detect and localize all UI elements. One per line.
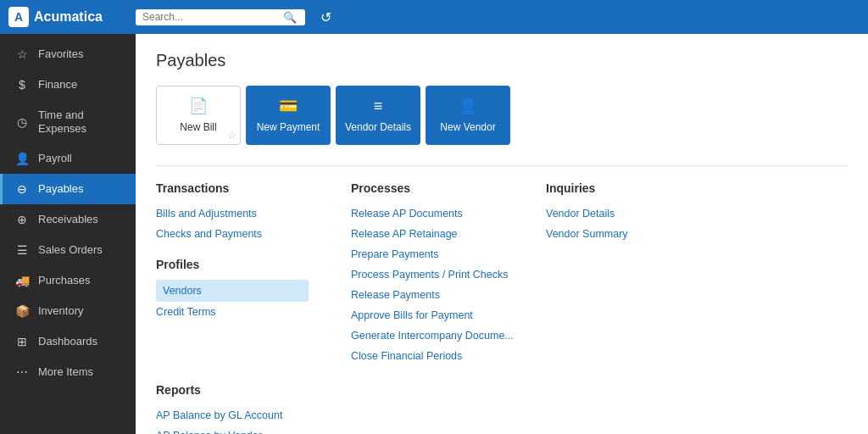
sidebar-item-sales-orders[interactable]: ☰ Sales Orders xyxy=(0,235,136,265)
quick-actions: 📄 New Bill ☆ 💳 New Payment ≡ Vendor Deta… xyxy=(156,86,848,145)
main-content: Payables 📄 New Bill ☆ 💳 New Payment ≡ Ve… xyxy=(136,34,868,434)
release-payments-link[interactable]: Release Payments xyxy=(351,285,520,305)
sidebar-label-finance: Finance xyxy=(38,78,77,92)
search-icon[interactable]: 🔍 xyxy=(283,11,297,24)
payroll-icon: 👤 xyxy=(14,152,30,165)
release-ap-documents-link[interactable]: Release AP Documents xyxy=(351,203,520,224)
layout: ☆ Favorites $ Finance ◷ Time and Expense… xyxy=(0,34,868,434)
reports-title: Reports xyxy=(156,383,326,397)
sidebar-item-payables[interactable]: ⊖ Payables xyxy=(0,174,136,204)
sidebar-item-favorites[interactable]: ☆ Favorites xyxy=(0,39,136,70)
generate-intercompany-link[interactable]: Generate Intercompany Docume... xyxy=(351,326,520,346)
process-payments-link[interactable]: Process Payments / Print Checks xyxy=(351,264,520,285)
close-financial-periods-link[interactable]: Close Financial Periods xyxy=(351,346,520,366)
checks-payments-link[interactable]: Checks and Payments xyxy=(156,224,326,244)
sidebar-label-payroll: Payroll xyxy=(38,152,72,165)
vendors-link[interactable]: Vendors xyxy=(156,280,309,302)
new-bill-wrapper: 📄 New Bill ☆ xyxy=(156,86,241,145)
transactions-col: Transactions Bills and Adjustments Check… xyxy=(156,181,326,366)
sidebar-item-finance[interactable]: $ Finance xyxy=(0,70,136,100)
sidebar-label-dashboards: Dashboards xyxy=(38,335,97,348)
favorites-icon: ☆ xyxy=(14,47,30,61)
dashboards-icon: ⊞ xyxy=(14,335,30,348)
vendor-summary-link[interactable]: Vendor Summary xyxy=(546,224,715,244)
new-vendor-button[interactable]: 👤 New Vendor xyxy=(426,86,510,145)
sales-orders-icon: ☰ xyxy=(14,243,30,257)
top-nav: A Acumatica 🔍 ↺ xyxy=(0,0,868,34)
sidebar-item-more-items[interactable]: ⋯ More Items xyxy=(0,357,136,387)
profiles-title: Profiles xyxy=(156,258,326,271)
ap-balance-vendor-link[interactable]: AP Balance by Vendor xyxy=(156,426,326,434)
sidebar-label-more-items: More Items xyxy=(38,365,93,379)
processes-col: Processes Release AP Documents Release A… xyxy=(351,181,520,366)
vendor-details-label: Vendor Details xyxy=(345,121,411,133)
receivables-icon: ⊕ xyxy=(14,213,30,226)
sidebar-item-inventory[interactable]: 📦 Inventory xyxy=(0,296,136,326)
sidebar: ☆ Favorites $ Finance ◷ Time and Expense… xyxy=(0,34,136,434)
sidebar-item-receivables[interactable]: ⊕ Receivables xyxy=(0,204,136,235)
sidebar-item-payroll[interactable]: 👤 Payroll xyxy=(0,143,136,174)
sidebar-item-time-expenses[interactable]: ◷ Time and Expenses xyxy=(0,100,136,143)
release-ap-retainage-link[interactable]: Release AP Retainage xyxy=(351,224,520,244)
more-items-icon: ⋯ xyxy=(14,365,30,379)
sidebar-label-sales-orders: Sales Orders xyxy=(38,243,103,257)
processes-title: Processes xyxy=(351,181,520,195)
time-expenses-icon: ◷ xyxy=(14,115,30,129)
logo-area: A Acumatica xyxy=(8,7,127,27)
sidebar-label-time-expenses: Time and Expenses xyxy=(38,108,124,135)
search-bar[interactable]: 🔍 xyxy=(136,9,305,25)
new-bill-icon: 📄 xyxy=(189,97,208,116)
reports-col: Reports AP Balance by GL Account AP Bala… xyxy=(156,383,326,434)
new-bill-label: New Bill xyxy=(180,121,216,133)
sidebar-label-inventory: Inventory xyxy=(38,304,83,318)
prepare-payments-link[interactable]: Prepare Payments xyxy=(351,244,520,264)
sidebar-label-favorites: Favorites xyxy=(38,47,83,61)
vendor-details-button[interactable]: ≡ Vendor Details xyxy=(336,86,420,145)
bills-adjustments-link[interactable]: Bills and Adjustments xyxy=(156,203,326,224)
inquiries-title: Inquiries xyxy=(546,181,715,195)
logo-icon: A xyxy=(8,7,29,27)
sidebar-item-dashboards[interactable]: ⊞ Dashboards xyxy=(0,326,136,357)
approve-bills-link[interactable]: Approve Bills for Payment xyxy=(351,305,520,326)
page-title: Payables xyxy=(156,51,848,70)
sidebar-label-receivables: Receivables xyxy=(38,213,98,226)
sidebar-label-purchases: Purchases xyxy=(38,274,90,287)
inventory-icon: 📦 xyxy=(14,304,30,318)
finance-icon: $ xyxy=(14,78,30,92)
ap-balance-gl-link[interactable]: AP Balance by GL Account xyxy=(156,405,326,426)
purchases-icon: 🚚 xyxy=(14,274,30,287)
divider xyxy=(156,165,848,166)
new-payment-button[interactable]: 💳 New Payment xyxy=(246,86,331,145)
new-bill-star[interactable]: ☆ xyxy=(227,129,237,142)
logo-text: Acumatica xyxy=(34,9,103,25)
payables-icon: ⊖ xyxy=(14,182,30,196)
inquiries-col: Inquiries Vendor Details Vendor Summary xyxy=(546,181,715,366)
vendor-details-icon: ≡ xyxy=(374,97,383,116)
new-payment-label: New Payment xyxy=(257,121,320,133)
content-sections: Transactions Bills and Adjustments Check… xyxy=(156,181,848,434)
vendor-details-inquiry-link[interactable]: Vendor Details xyxy=(546,203,715,224)
history-icon[interactable]: ↺ xyxy=(314,6,338,29)
new-payment-icon: 💳 xyxy=(279,97,298,116)
new-vendor-label: New Vendor xyxy=(440,121,495,133)
credit-terms-link[interactable]: Credit Terms xyxy=(156,302,326,322)
sidebar-item-purchases[interactable]: 🚚 Purchases xyxy=(0,265,136,296)
sidebar-label-payables: Payables xyxy=(38,182,83,196)
new-vendor-icon: 👤 xyxy=(459,97,477,116)
search-input[interactable] xyxy=(142,11,278,23)
transactions-title: Transactions xyxy=(156,181,326,195)
